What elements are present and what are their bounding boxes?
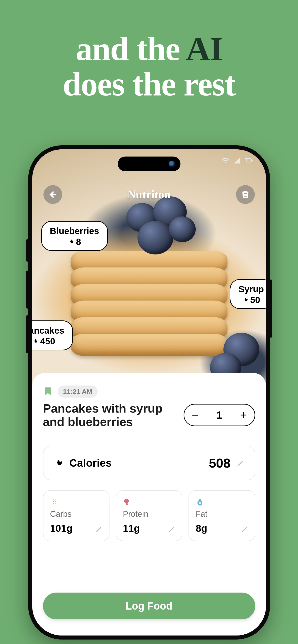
battery-icon [245,156,252,164]
food-photo [32,149,266,391]
phone-screen: Nutriton Blueberries 8 Syrup 50 Pancakes… [32,149,266,636]
protein-card[interactable]: Protein 11g [116,490,182,541]
trash-icon [241,190,250,199]
bookmark-button[interactable] [43,386,53,397]
entry-timestamp: 11:21 AM [58,386,98,398]
svg-rect-2 [246,159,247,161]
macro-value: 11g [123,523,175,534]
log-food-label: Log Food [126,600,172,612]
phone-volume-down [26,315,29,353]
detection-label: Blueberries [50,226,99,236]
fat-card[interactable]: Fat 8g [188,490,255,541]
droplet-icon [196,498,248,506]
detection-label: Syrup [238,284,264,294]
svg-point-3 [199,502,201,504]
phone-volume-up [26,270,29,308]
food-title: Pancakes with syrup and blueberries [43,402,168,429]
quantity-stepper: − 1 + [184,404,255,426]
detection-pancakes[interactable]: Pancakes 450 [32,320,73,350]
calories-card[interactable]: Calories 508 [43,446,255,480]
dynamic-island [118,156,180,171]
decrement-button[interactable]: − [192,409,199,421]
detection-syrup[interactable]: Syrup 50 [230,279,266,309]
details-sheet: 11:21 AM Pancakes with syrup and blueber… [32,373,266,636]
increment-button[interactable]: + [240,409,247,421]
edit-icon[interactable] [168,525,176,533]
edit-icon[interactable] [95,525,103,533]
detection-calories: 50 [250,295,260,305]
hero-line2: does the rest [63,66,235,103]
detection-blueberries[interactable]: Blueberries 8 [41,221,108,251]
hero-ai: AI [186,30,222,67]
log-food-button[interactable]: Log Food [43,592,255,620]
meat-icon [123,498,175,506]
phone-power-button [269,280,272,338]
flame-icon [242,296,249,303]
macro-label: Fat [196,510,248,519]
calories-value: 508 [209,456,231,470]
carbs-card[interactable]: Carbs 101g [43,490,110,541]
phone-side-button [26,239,29,262]
detection-label: Pancakes [32,326,65,336]
wheat-icon [50,498,102,506]
detection-calories: 450 [40,336,55,346]
detection-calories: 8 [76,237,81,247]
flame-icon [68,238,75,245]
delete-button[interactable] [236,185,255,204]
flame-icon [32,338,39,344]
edit-icon[interactable] [241,525,249,533]
edit-icon[interactable] [237,459,245,467]
flame-icon [53,458,64,468]
divider [32,587,266,587]
screen-title: Nutriton [32,188,266,201]
cellular-icon [233,156,241,164]
quantity-value: 1 [216,409,222,421]
status-bar [222,156,252,164]
macro-value: 101g [50,523,102,534]
macro-label: Carbs [50,510,102,519]
phone-frame: Nutriton Blueberries 8 Syrup 50 Pancakes… [28,145,270,640]
calories-label: Calories [69,457,112,469]
bookmark-icon [43,386,53,396]
macro-label: Protein [123,510,175,519]
hero-line1-pre: and the [76,30,186,67]
hero-text: and the AI does the rest [0,31,298,102]
svg-rect-1 [252,160,252,161]
wifi-icon [222,156,229,164]
macro-value: 8g [196,523,248,534]
